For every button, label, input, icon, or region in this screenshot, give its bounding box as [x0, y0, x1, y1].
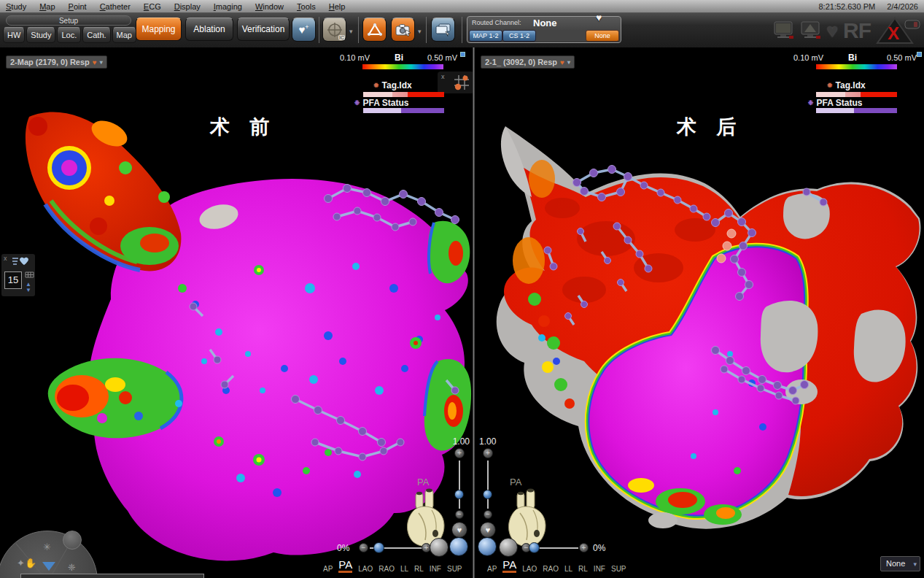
orient-ll[interactable]: LL [400, 565, 408, 573]
orient-rao[interactable]: RAO [378, 565, 395, 573]
orient-pa[interactable]: PA [502, 558, 516, 573]
zoom-value: 1.00 [438, 436, 470, 447]
zoom-out-button[interactable]: − [455, 510, 464, 519]
heart-deco-icon: ♥ [596, 12, 602, 23]
volume-select-dropdown[interactable]: None ▾ [880, 556, 920, 571]
pan-plus-button[interactable]: + [579, 543, 589, 552]
orient-sup[interactable]: SUP [447, 565, 462, 573]
orientation-bar: AP PA LAO RAO LL RL INF SUP [323, 558, 462, 573]
image-gallery-button[interactable] [431, 18, 455, 42]
post-op-atrium-body[interactable] [497, 126, 921, 529]
pre-op-mid-wing-scar [48, 358, 182, 439]
menu-display[interactable]: Display [174, 2, 201, 11]
pie-pointer-icon[interactable] [42, 562, 55, 571]
orient-inf[interactable]: INF [430, 565, 441, 573]
verification-mode-button[interactable]: Verification [237, 18, 290, 41]
orient-sup[interactable]: SUP [611, 565, 626, 573]
ablation-mode-button[interactable]: Ablation [185, 18, 233, 41]
channel-none-button[interactable]: None [586, 30, 619, 42]
pan-slider-handle[interactable] [529, 542, 540, 553]
date-label: 2/4/2026 [887, 2, 918, 11]
rotate-sphere-blue[interactable] [449, 537, 468, 556]
rotate-sphere-gray[interactable] [499, 538, 518, 557]
orient-ap[interactable]: AP [323, 565, 333, 573]
orient-inf[interactable]: INF [594, 565, 605, 573]
rotate-sphere-gray[interactable] [430, 538, 449, 557]
heart-sync-button[interactable]: ♥ [451, 522, 467, 538]
zoom-slider-handle[interactable] [483, 490, 492, 499]
ic-dropdown-chevron[interactable]: ▾ [349, 28, 353, 35]
filter-up-chevron[interactable]: ▲▼ [26, 282, 31, 293]
projection-label: PA [510, 477, 521, 488]
wand-tool-icon[interactable]: ✳ [43, 542, 51, 552]
setup-cath-button[interactable]: Cath. [82, 27, 110, 43]
pan-value: 0% [337, 543, 349, 553]
menu-tools[interactable]: Tools [297, 2, 316, 11]
menu-imaging[interactable]: Imaging [214, 2, 242, 11]
projection-label: PA [417, 477, 429, 488]
snapshot-dropdown-chevron[interactable]: ▾ [418, 28, 422, 35]
snapshot-button[interactable] [391, 18, 415, 42]
acquire-map-button[interactable]: ♥+ [292, 18, 316, 42]
ic-location-button[interactable]: IC [322, 18, 346, 42]
select-hand-icon[interactable]: ✦✋ [17, 558, 36, 569]
orient-rl[interactable]: RL [578, 565, 588, 573]
menu-help[interactable]: Help [329, 2, 346, 11]
filter-value[interactable]: 15 [4, 271, 22, 289]
catheter-triangle-button[interactable] [362, 18, 387, 42]
orient-lao[interactable]: LAO [358, 565, 373, 573]
setup-hw-button[interactable]: HW [3, 27, 25, 43]
taskbar-edge[interactable] [20, 574, 204, 578]
routed-channel-panel: Routed Channel: None ♥ MAP 1-2 CS 1-2 No… [467, 16, 621, 43]
monitor-ultrasound-icon [800, 20, 822, 41]
map-workspace: 2-Map (2179, 0) Resp ♥ ▾ 0.10 mV Bi 0.50… [0, 47, 924, 578]
main-toolbar: Setup HW Study Loc. Cath. Map Mapping Ab… [0, 13, 924, 47]
rotate-sphere-blue[interactable] [478, 537, 497, 556]
orient-ll[interactable]: LL [564, 565, 572, 573]
filter-grid-icon [25, 271, 34, 280]
menu-map[interactable]: Map [39, 2, 55, 11]
pre-op-left-wing-scar [26, 112, 181, 271]
orient-rl[interactable]: RL [414, 565, 424, 573]
viewport-pre-op[interactable]: 2-Map (2179, 0) Resp ♥ ▾ 0.10 mV Bi 0.50… [0, 47, 473, 578]
eraser-tool-icon[interactable]: ❈ [68, 562, 76, 573]
zoom-in-button[interactable]: + [454, 448, 465, 458]
channel-cs12-button[interactable]: CS 1-2 [502, 30, 536, 42]
menu-study[interactable]: Study [6, 2, 26, 11]
viewport-post-op[interactable]: 2-1_ (3092, 0) Resp ♥ ▾ 0.10 mV Bi 0.50 … [475, 47, 924, 578]
pie-satellite-button[interactable] [63, 531, 82, 550]
setup-label: Setup [6, 15, 131, 26]
time-label: 8:21:52.630 PM [819, 2, 876, 11]
orient-ap[interactable]: AP [487, 565, 497, 573]
orient-rao[interactable]: RAO [543, 565, 559, 573]
setup-study-button[interactable]: Study [26, 27, 55, 43]
orientation-bar: AP PA LAO RAO LL RL INF SUP [487, 558, 626, 573]
menu-ecg[interactable]: ECG [144, 2, 161, 11]
filter-close-button[interactable]: x [4, 255, 7, 262]
mapping-mode-button[interactable]: Mapping [136, 18, 182, 41]
triangle-catheter-icon [367, 23, 383, 37]
orient-lao[interactable]: LAO [522, 565, 537, 573]
winged-heart-icon [12, 255, 31, 267]
zoom-slider-track[interactable] [459, 461, 460, 509]
post-op-orange-patch [513, 237, 545, 284]
setup-group: Setup HW Study Loc. Cath. Map [3, 15, 134, 46]
routed-channel-value: None [533, 18, 557, 28]
zoom-in-button[interactable]: + [483, 448, 493, 458]
channel-map12-button[interactable]: MAP 1-2 [469, 30, 502, 42]
menu-point[interactable]: Point [69, 2, 87, 11]
menu-catheter[interactable]: Catheter [100, 2, 131, 11]
setup-map-button[interactable]: Map [112, 27, 136, 43]
pan-value: 0% [593, 543, 605, 553]
point-filter-panel[interactable]: x 15 ▲▼ [1, 254, 35, 296]
zoom-slider-track[interactable] [487, 461, 489, 509]
pan-minus-button[interactable]: − [359, 543, 368, 552]
menu-window[interactable]: Window [255, 2, 284, 11]
zoom-slider-handle[interactable] [454, 490, 464, 499]
setup-loc-button[interactable]: Loc. [57, 27, 81, 43]
orient-pa[interactable]: PA [338, 558, 352, 573]
heart-sync-button[interactable]: ♥ [480, 522, 496, 538]
pan-slider-handle[interactable] [373, 542, 384, 553]
chevron-down-icon: ▾ [913, 558, 917, 571]
zoom-out-button[interactable]: − [484, 510, 492, 519]
